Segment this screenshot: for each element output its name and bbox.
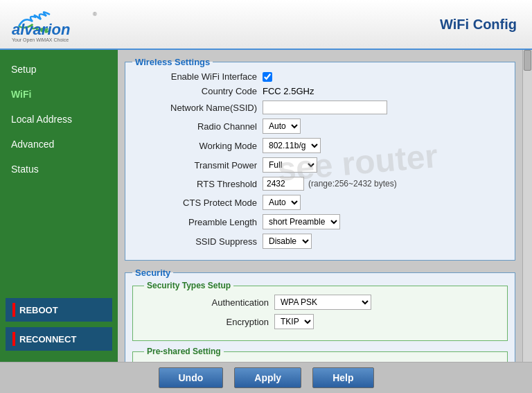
country-code-label: Country Code <box>132 86 257 96</box>
sidebar-item-setup[interactable]: Setup <box>0 57 118 82</box>
sidebar: Setup WiFi Local Address Advanced Status… <box>0 50 118 362</box>
reboot-button[interactable]: REBOOT <box>6 298 112 322</box>
working-mode-select[interactable]: 802.11b/g 802.11b 802.11g <box>263 138 321 153</box>
auth-select[interactable]: WPA PSK WPA2 PSK None WEP <box>274 295 371 310</box>
sidebar-item-wifi[interactable]: WiFi <box>0 82 118 107</box>
auth-row: Authentication WPA PSK WPA2 PSK None WEP <box>144 295 496 310</box>
footer: Undo Apply Help <box>0 362 532 393</box>
rts-threshold-row: RTS Threshold (range:256~2432 bytes) <box>132 177 508 191</box>
encryption-select[interactable]: TKIP AES <box>274 314 314 329</box>
svg-text:®: ® <box>93 11 97 17</box>
network-name-row: Network Name(SSID) <box>132 101 508 114</box>
network-name-label: Network Name(SSID) <box>132 103 257 113</box>
ssid-suppress-row: SSID Suppress Disable Enable <box>132 234 508 249</box>
sidebar-item-local-address[interactable]: Local Address <box>0 107 118 132</box>
reboot-bar-icon <box>12 303 15 317</box>
alvarion-logo-icon: alvarion Your Open WiMAX Choice ® <box>8 6 98 44</box>
apply-button[interactable]: Apply <box>234 367 301 388</box>
radio-channel-select[interactable]: Auto 123 <box>263 119 301 134</box>
country-code-value: FCC 2.5GHz <box>263 86 314 96</box>
scrollbar[interactable] <box>522 50 532 362</box>
network-name-input[interactable] <box>263 101 387 114</box>
reconnect-bar-icon <box>12 332 15 346</box>
security-types-title: Security Types Setup <box>144 281 233 290</box>
svg-text:alvarion: alvarion <box>12 21 70 38</box>
sidebar-item-advanced[interactable]: Advanced <box>0 132 118 157</box>
encryption-row: Encryption TKIP AES <box>144 314 496 329</box>
cts-protect-row: CTS Protect Mode Auto On Off <box>132 195 508 210</box>
working-mode-label: Working Mode <box>132 141 257 151</box>
transmit-power-select[interactable]: Full Half Quarter Minimum <box>263 157 317 173</box>
logo-area: alvarion Your Open WiMAX Choice ® <box>8 6 98 44</box>
radio-channel-row: Radio Channel Auto 123 <box>132 119 508 134</box>
cts-protect-select[interactable]: Auto On Off <box>263 195 301 210</box>
encryption-label: Encryption <box>144 317 269 327</box>
country-code-row: Country Code FCC 2.5GHz <box>132 86 508 96</box>
rts-threshold-label: RTS Threshold <box>132 179 257 189</box>
ssid-suppress-select[interactable]: Disable Enable <box>263 234 312 249</box>
rts-threshold-input[interactable] <box>263 177 304 191</box>
security-section-title: Security <box>132 268 173 278</box>
enable-wifi-checkbox[interactable] <box>263 72 272 82</box>
sidebar-item-status[interactable]: Status <box>0 157 118 182</box>
transmit-power-row: Transmit Power Full Half Quarter Minimum <box>132 157 508 173</box>
content-area: see router Wireless Settings Enable WiFi… <box>118 50 522 362</box>
enable-wifi-label: Enable WiFi Interface <box>132 71 257 82</box>
undo-button[interactable]: Undo <box>159 367 224 388</box>
svg-text:Your Open WiMAX Choice: Your Open WiMAX Choice <box>12 37 69 43</box>
radio-channel-label: Radio Channel <box>132 121 257 132</box>
page-title: WiFi Config <box>440 17 517 33</box>
scrollbar-thumb[interactable] <box>524 50 531 71</box>
preamble-label: Preamble Length <box>132 217 257 227</box>
rts-threshold-hint: (range:256~2432 bytes) <box>308 179 397 189</box>
ssid-suppress-label: SSID Suppress <box>132 236 257 247</box>
transmit-power-label: Transmit Power <box>132 160 257 171</box>
auth-label: Authentication <box>144 297 269 308</box>
help-button[interactable]: Help <box>312 367 373 388</box>
header: alvarion Your Open WiMAX Choice ® WiFi C… <box>0 0 532 50</box>
preamble-row: Preamble Length short Preamble long Prea… <box>132 214 508 229</box>
cts-protect-label: CTS Protect Mode <box>132 198 257 208</box>
enable-wifi-row: Enable WiFi Interface <box>132 71 508 82</box>
wireless-section-title: Wireless Settings <box>132 57 213 67</box>
preamble-select[interactable]: short Preamble long Preamble <box>263 214 340 229</box>
working-mode-row: Working Mode 802.11b/g 802.11b 802.11g <box>132 138 508 153</box>
pre-shared-title: Pre-shared Setting <box>144 347 224 356</box>
reconnect-button[interactable]: RECONNECT <box>6 327 112 351</box>
